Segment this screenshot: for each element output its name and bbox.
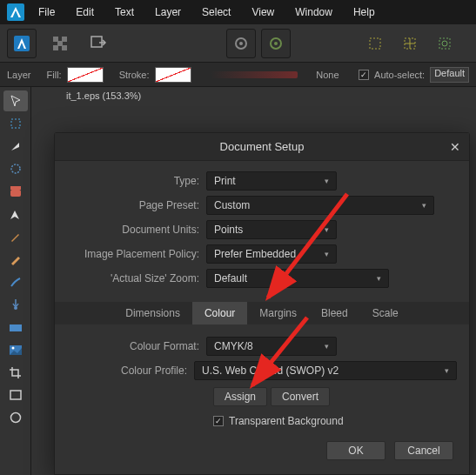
assign-button[interactable]: Assign: [213, 387, 267, 406]
ok-button[interactable]: OK: [326, 441, 385, 460]
svg-point-27: [10, 413, 20, 423]
tab-margins[interactable]: Margins: [247, 302, 309, 324]
menu-select[interactable]: Select: [191, 0, 241, 24]
tab-scale[interactable]: Scale: [360, 302, 411, 324]
svg-point-17: [442, 41, 447, 46]
svg-point-9: [239, 42, 243, 45]
persona-pixel-button[interactable]: [45, 29, 75, 58]
point-transform-tool[interactable]: [3, 158, 28, 179]
chevron-down-icon: ▾: [377, 274, 381, 283]
colour-format-label: Colour Format:: [67, 340, 206, 352]
transparent-bg-label: Transparent Background: [229, 415, 344, 427]
units-dropdown[interactable]: Points▾: [206, 220, 337, 239]
type-dropdown[interactable]: Print▾: [206, 171, 337, 191]
chevron-down-icon: ▾: [445, 366, 449, 375]
paint-brush-tool[interactable]: [3, 271, 28, 292]
placement-dropdown[interactable]: Prefer Embedded▾: [206, 244, 337, 264]
vector-brush-tool[interactable]: [3, 249, 28, 270]
menu-edit[interactable]: Edit: [65, 0, 104, 24]
chevron-down-icon: ▾: [325, 177, 329, 185]
corner-tool[interactable]: [3, 181, 28, 202]
opacity-value: None: [310, 70, 339, 80]
actual-zoom-dropdown[interactable]: Default▾: [206, 269, 389, 288]
menu-window[interactable]: Window: [285, 0, 343, 24]
svg-rect-6: [62, 45, 67, 50]
svg-rect-5: [53, 45, 58, 50]
transparency-tool[interactable]: [3, 317, 28, 338]
chevron-down-icon: ▾: [422, 201, 426, 210]
svg-rect-7: [91, 37, 102, 47]
close-icon[interactable]: ✕: [450, 140, 460, 154]
document-tab[interactable]: it_1.eps (153.3%): [66, 90, 141, 101]
node-tool[interactable]: [3, 136, 28, 157]
move-tool[interactable]: [3, 90, 28, 111]
layer-label: Layer: [7, 70, 31, 80]
fill-tool[interactable]: [3, 294, 28, 315]
snap-midpoints-button[interactable]: [395, 29, 425, 58]
svg-rect-20: [10, 190, 21, 197]
svg-rect-1: [14, 36, 30, 51]
ellipse-tool[interactable]: [3, 407, 28, 428]
page-preset-label: Page Preset:: [67, 199, 206, 211]
menu-view[interactable]: View: [241, 0, 285, 24]
dialog-title: Document Setup: [220, 140, 305, 153]
units-label: Document Units:: [67, 224, 206, 236]
rectangle-tool[interactable]: [3, 385, 28, 405]
gear-icon: [233, 36, 249, 51]
snap-bounds-button[interactable]: [360, 29, 390, 58]
svg-rect-12: [370, 38, 380, 49]
stroke-swatch[interactable]: [155, 67, 191, 83]
autoselect-dropdown[interactable]: Default: [430, 67, 469, 83]
marquee-tool[interactable]: [3, 113, 28, 134]
document-setup-button[interactable]: [261, 29, 291, 58]
svg-rect-23: [10, 324, 22, 331]
page-preset-dropdown[interactable]: Custom▾: [206, 196, 434, 215]
placement-label: Image Placement Policy:: [67, 248, 206, 260]
opacity-slider[interactable]: [211, 71, 298, 78]
menu-file[interactable]: File: [28, 0, 65, 24]
fill-label: Fill:: [47, 70, 62, 80]
gear-green-icon: [268, 36, 284, 51]
persona-vector-button[interactable]: [7, 29, 37, 58]
menu-help[interactable]: Help: [343, 0, 385, 24]
autoselect-checkbox[interactable]: [359, 70, 369, 80]
menu-layer[interactable]: Layer: [144, 0, 191, 24]
tab-colour[interactable]: Colour: [192, 302, 247, 324]
transparent-bg-checkbox[interactable]: [213, 416, 224, 426]
autoselect-label: Auto-select:: [374, 70, 425, 80]
pen-tool[interactable]: [3, 204, 28, 224]
crop-tool[interactable]: [3, 362, 28, 383]
svg-point-22: [14, 306, 17, 310]
svg-rect-21: [10, 186, 21, 190]
type-label: Type:: [67, 175, 206, 187]
chevron-down-icon: ▾: [325, 342, 329, 351]
convert-button[interactable]: Convert: [271, 387, 330, 406]
place-image-tool[interactable]: [3, 339, 28, 360]
tab-bleed[interactable]: Bleed: [309, 302, 360, 324]
svg-rect-0: [7, 3, 24, 21]
app-logo: [3, 0, 28, 24]
tab-dimensions[interactable]: Dimensions: [113, 302, 192, 324]
document-setup-dialog: Document Setup ✕ Type: Print▾ Page Prese…: [54, 132, 470, 475]
svg-rect-18: [11, 119, 20, 128]
menu-text[interactable]: Text: [104, 0, 144, 24]
colour-format-dropdown[interactable]: CMYK/8▾: [206, 337, 337, 356]
preferences-button[interactable]: [226, 29, 256, 58]
actual-zoom-label: 'Actual Size' Zoom:: [67, 272, 206, 284]
svg-rect-26: [10, 391, 21, 399]
snap-key-button[interactable]: [430, 29, 459, 58]
chevron-down-icon: ▾: [325, 250, 329, 258]
svg-point-11: [274, 42, 278, 45]
svg-point-25: [11, 346, 14, 349]
persona-export-button[interactable]: [84, 29, 113, 58]
svg-rect-16: [439, 38, 450, 49]
colour-profile-dropdown[interactable]: U.S. Web Coated (SWOP) v2▾: [194, 361, 457, 380]
fill-swatch[interactable]: [67, 67, 104, 83]
pencil-tool[interactable]: [3, 226, 28, 247]
cancel-button[interactable]: Cancel: [394, 441, 453, 460]
svg-point-19: [11, 164, 20, 173]
chevron-down-icon: ▾: [325, 225, 329, 234]
colour-profile-label: Colour Profile:: [67, 365, 194, 377]
stroke-label: Stroke:: [119, 70, 150, 80]
